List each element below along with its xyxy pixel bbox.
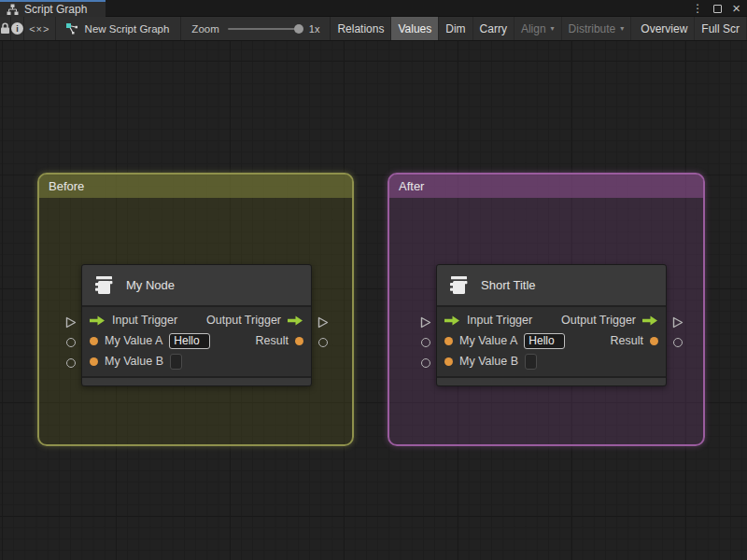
window-controls: ⋮ × bbox=[692, 0, 740, 17]
port-label: Input Trigger bbox=[112, 314, 177, 327]
toolbar-button-distribute[interactable]: Distribute ▾ bbox=[562, 17, 632, 40]
port-label: Input Trigger bbox=[467, 314, 532, 327]
toolbar-button-overview[interactable]: Overview bbox=[634, 17, 695, 40]
new-graph-label: New Script Graph bbox=[85, 23, 170, 35]
lock-icon bbox=[0, 22, 10, 35]
external-value-port-circle[interactable] bbox=[421, 338, 430, 347]
node-body: Input Trigger Output Trigger My Value A bbox=[82, 307, 311, 376]
code-preview-icon: <×> bbox=[29, 23, 49, 35]
external-flow-port-triangle[interactable] bbox=[317, 316, 329, 329]
value-port-dot[interactable] bbox=[295, 337, 303, 345]
flow-arrow-icon[interactable] bbox=[90, 315, 106, 326]
port-label: Output Trigger bbox=[561, 314, 636, 327]
group-title: Before bbox=[49, 179, 84, 193]
zoom-control: Zoom 1x bbox=[181, 17, 331, 40]
port-label: Result bbox=[256, 334, 289, 347]
port-row: Input Trigger Output Trigger bbox=[82, 310, 311, 330]
value-port-dot[interactable] bbox=[90, 357, 98, 366]
new-graph-icon bbox=[65, 22, 78, 35]
code-preview-button[interactable]: <×> bbox=[24, 17, 56, 40]
unit-node-icon bbox=[92, 273, 116, 298]
port-row: My Value A Result bbox=[437, 330, 666, 351]
node-header[interactable]: My Node bbox=[82, 265, 311, 307]
port-label: Result bbox=[611, 334, 643, 347]
unit-node-icon bbox=[446, 273, 471, 298]
graph-canvas[interactable]: Before After bbox=[0, 41, 747, 560]
info-icon: i bbox=[11, 22, 23, 35]
close-icon[interactable]: × bbox=[732, 0, 740, 17]
toolbar-button-values[interactable]: Values bbox=[391, 17, 439, 40]
node-footer bbox=[82, 376, 311, 385]
value-port-dot[interactable] bbox=[444, 337, 453, 345]
toolbar-button-dim[interactable]: Dim bbox=[439, 17, 472, 40]
value-port-dot[interactable] bbox=[650, 337, 658, 345]
overflow-menu-icon[interactable]: ⋮ bbox=[692, 0, 703, 17]
external-flow-port-triangle[interactable] bbox=[65, 316, 77, 329]
port-label: My Value A bbox=[105, 334, 162, 347]
toolbar-button-carry[interactable]: Carry bbox=[473, 17, 514, 40]
flow-arrow-icon[interactable] bbox=[288, 315, 303, 326]
port-label: My Value B bbox=[459, 355, 518, 368]
zoom-label: Zoom bbox=[191, 23, 218, 35]
graph-toolbar: i <×> New Script Graph Zoom 1x bbox=[0, 17, 747, 41]
node-title: Short Title bbox=[481, 278, 536, 292]
graph-icon bbox=[7, 4, 19, 16]
chevron-down-icon: ▾ bbox=[551, 24, 555, 33]
external-value-port-circle[interactable] bbox=[66, 338, 76, 347]
external-value-port-circle[interactable] bbox=[673, 338, 683, 347]
flow-arrow-icon[interactable] bbox=[444, 315, 460, 326]
port-label: My Value A bbox=[459, 334, 517, 347]
node-body: Input Trigger Output Trigger My Value A bbox=[437, 307, 666, 376]
port-row: My Value B bbox=[82, 351, 311, 371]
toolbar-button-fullscreen[interactable]: Full Scr bbox=[695, 17, 747, 40]
port-label: Output Trigger bbox=[206, 314, 281, 327]
new-script-graph-button[interactable]: New Script Graph bbox=[56, 17, 182, 40]
port-row: Input Trigger Output Trigger bbox=[437, 310, 666, 330]
node-footer bbox=[437, 376, 666, 385]
port-row: My Value A Result bbox=[82, 330, 311, 351]
zoom-slider-handle[interactable] bbox=[294, 24, 303, 34]
value-port-dot[interactable] bbox=[90, 337, 98, 345]
group-after-header[interactable]: After bbox=[389, 175, 703, 198]
flow-arrow-icon[interactable] bbox=[642, 315, 658, 326]
unity-script-graph-window: Script Graph ⋮ × i <×> bbox=[0, 0, 747, 560]
my-value-b-input[interactable] bbox=[525, 354, 537, 370]
toolbar-button-relations[interactable]: Relations bbox=[331, 17, 391, 40]
external-value-port-circle[interactable] bbox=[421, 358, 430, 368]
group-title: After bbox=[399, 179, 424, 193]
value-port-dot[interactable] bbox=[444, 357, 453, 366]
zoom-slider[interactable] bbox=[228, 28, 301, 30]
lock-button[interactable] bbox=[0, 17, 11, 40]
maximize-icon[interactable] bbox=[713, 5, 722, 13]
my-value-a-input[interactable] bbox=[169, 333, 210, 349]
external-flow-port-triangle[interactable] bbox=[672, 316, 684, 329]
port-row: My Value B bbox=[437, 351, 666, 371]
tab-script-graph[interactable]: Script Graph bbox=[0, 0, 106, 17]
external-value-port-circle[interactable] bbox=[318, 338, 328, 347]
external-flow-port-triangle[interactable] bbox=[420, 316, 431, 329]
group-before-header[interactable]: Before bbox=[39, 175, 352, 198]
zoom-value: 1x bbox=[309, 23, 320, 35]
node-header[interactable]: Short Title bbox=[437, 265, 666, 307]
my-value-b-input[interactable] bbox=[170, 354, 182, 370]
node-my-node[interactable]: My Node Input Trigger Output Trigger bbox=[81, 264, 312, 386]
toolbar-button-align[interactable]: Align ▾ bbox=[514, 17, 562, 40]
info-button[interactable]: i bbox=[11, 17, 24, 40]
title-bar: Script Graph ⋮ × bbox=[0, 0, 747, 17]
node-short-title[interactable]: Short Title Input Trigger Output Trigger bbox=[436, 264, 667, 386]
port-label: My Value B bbox=[105, 355, 163, 368]
my-value-a-input[interactable] bbox=[524, 333, 565, 349]
node-title: My Node bbox=[126, 278, 175, 292]
external-value-port-circle[interactable] bbox=[66, 358, 76, 368]
chevron-down-icon: ▾ bbox=[620, 24, 624, 33]
tab-title: Script Graph bbox=[24, 3, 87, 16]
